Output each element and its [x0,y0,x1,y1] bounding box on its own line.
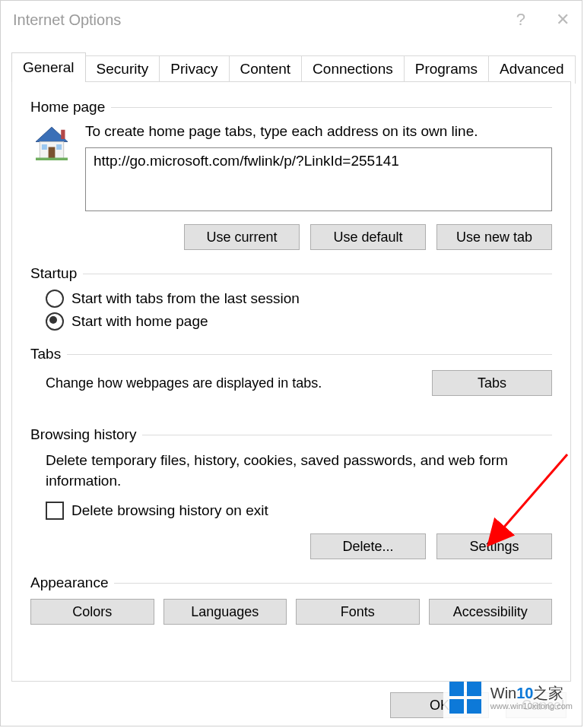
radio-label: Start with tabs from the last session [71,290,300,307]
divider [83,274,552,274]
home-page-desc: To create home page tabs, type each addr… [85,123,552,140]
watermark: Win10之家 www.win10xitong.com [443,677,577,718]
startup-title: Startup [30,265,77,282]
tabs-group: Tabs Change how webpages are displayed i… [30,346,552,396]
divider [67,354,552,355]
tab-connections[interactable]: Connections [301,55,405,84]
tab-general[interactable]: General [11,52,86,82]
window-controls: ? ✕ [516,10,570,30]
tab-advanced[interactable]: Advanced [488,55,576,84]
radio-icon [46,312,64,331]
tab-security[interactable]: Security [85,55,160,84]
svg-rect-6 [36,158,68,161]
watermark-title: Win10之家 [490,685,573,701]
svg-rect-10 [449,699,464,714]
home-page-input[interactable] [85,147,552,211]
internet-options-window: Internet Options ? ✕ General Security Pr… [0,0,582,726]
window-title: Internet Options [13,11,516,29]
help-icon[interactable]: ? [516,10,525,30]
startup-group: Startup Start with tabs from the last se… [30,265,552,331]
divider [111,107,552,108]
radio-start-last-session[interactable]: Start with tabs from the last session [46,290,552,308]
home-icon [30,123,73,169]
settings-button[interactable]: Settings [436,533,552,559]
svg-rect-11 [467,699,481,714]
tabs-button[interactable]: Tabs [432,370,552,396]
svg-rect-3 [42,144,47,150]
watermark-url: www.win10xitong.com [490,701,573,711]
browsing-desc: Delete temporary files, history, cookies… [46,451,552,491]
tab-privacy[interactable]: Privacy [159,55,229,84]
radio-label: Start with home page [71,313,208,330]
svg-rect-4 [56,144,62,150]
languages-button[interactable]: Languages [163,599,287,625]
close-icon[interactable]: ✕ [556,10,570,30]
radio-icon [46,290,64,308]
appearance-title: Appearance [30,574,108,591]
divider [142,435,552,435]
radio-start-home-page[interactable]: Start with home page [46,312,552,331]
delete-button[interactable]: Delete... [310,533,426,559]
general-panel: Home page To create home pa [11,81,571,682]
accessibility-button[interactable]: Accessibility [429,599,553,625]
colors-button[interactable]: Colors [30,599,154,625]
use-default-button[interactable]: Use default [310,224,426,250]
title-bar: Internet Options ? ✕ [1,1,582,39]
browsing-title: Browsing history [30,426,136,443]
checkbox-label: Delete browsing history on exit [71,502,268,519]
browsing-history-group: Browsing history Delete temporary files,… [30,426,552,559]
home-page-group: Home page To create home pa [30,99,552,250]
checkbox-icon [46,502,64,520]
svg-rect-8 [449,682,464,696]
svg-rect-9 [467,682,481,696]
home-page-title: Home page [30,99,105,116]
svg-rect-5 [61,130,65,139]
tabs-title: Tabs [30,346,61,362]
tab-programs[interactable]: Programs [404,55,489,84]
delete-on-exit-checkbox[interactable]: Delete browsing history on exit [46,502,552,520]
use-current-button[interactable]: Use current [184,224,300,250]
use-new-tab-button[interactable]: Use new tab [436,224,552,250]
tab-content[interactable]: Content [229,55,303,84]
fonts-button[interactable]: Fonts [296,599,420,625]
svg-rect-2 [49,147,56,160]
divider [114,583,552,584]
tabs-desc: Change how webpages are displayed in tab… [46,375,322,391]
appearance-group: Appearance Colors Languages Fonts Access… [30,574,552,625]
tab-strip: General Security Privacy Content Connect… [1,52,582,82]
watermark-logo-icon [448,680,483,715]
